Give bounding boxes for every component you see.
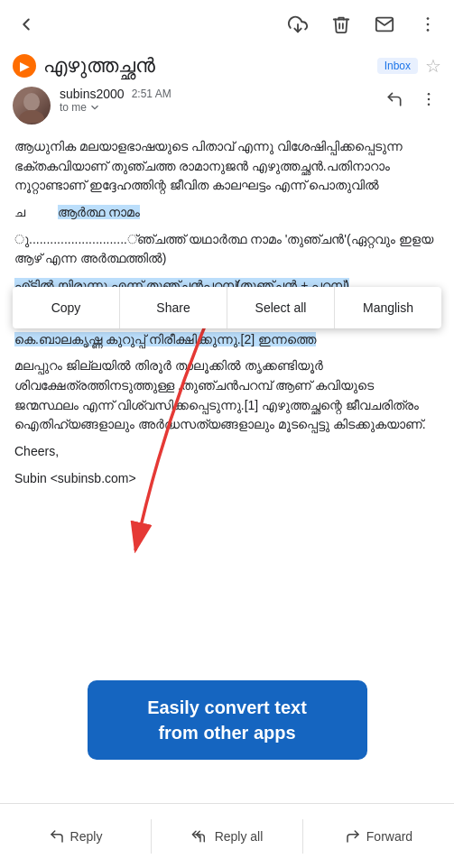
sender-row: subins2000 2:51 AM to me <box>0 81 454 130</box>
top-bar-right <box>284 11 441 38</box>
delete-button[interactable] <box>328 11 355 38</box>
svg-point-3 <box>427 29 430 32</box>
sender-actions <box>382 87 441 112</box>
app-icon: ▶ <box>13 54 36 78</box>
share-button[interactable]: Share <box>119 287 227 328</box>
tooltip-line1: Easily convert text <box>147 697 307 717</box>
more-options-button[interactable] <box>414 11 441 38</box>
reply-all-button[interactable]: Reply all <box>151 819 302 854</box>
sender-more-button[interactable] <box>416 87 441 112</box>
svg-point-8 <box>428 104 431 106</box>
inbox-badge: Inbox <box>377 58 418 74</box>
email-subject: എഴുത്തച്ഛൻ <box>43 54 370 78</box>
reply-button[interactable]: Reply <box>0 819 151 854</box>
back-button[interactable] <box>13 11 40 38</box>
sender-name: subins2000 <box>60 87 125 101</box>
reply-all-label: Reply all <box>215 829 264 844</box>
body-para-7: മലപ്പുറം ജില്ലയിൽ തിരൂർ താലൂക്കിൽ തൃക്കണ… <box>14 356 440 435</box>
select-all-button[interactable]: Select all <box>227 287 334 328</box>
forward-button[interactable]: Forward <box>302 819 454 854</box>
sender-to[interactable]: to me <box>60 101 373 114</box>
sender-time: 2:51 AM <box>132 88 171 100</box>
mail-button[interactable] <box>371 11 398 38</box>
top-toolbar <box>0 0 454 49</box>
svg-point-2 <box>427 23 430 26</box>
reply-label: Reply <box>70 829 103 844</box>
body-para-6: കെ.ബാലകൃഷ്ണ കുറുപ്പ് നിരീക്ഷിക്കുന്നു.[2… <box>14 330 440 350</box>
svg-point-4 <box>23 93 40 111</box>
svg-point-7 <box>428 98 431 101</box>
star-button[interactable]: ☆ <box>425 55 441 77</box>
body-para-2: ച ആർത്ഥ നാമം <box>14 203 440 223</box>
bottom-action-bar: Reply Reply all Forward <box>0 803 454 868</box>
sender-info: subins2000 2:51 AM to me <box>60 87 373 114</box>
copy-button[interactable]: Copy <box>13 287 119 328</box>
tooltip-banner: Easily convert text from other apps <box>88 680 367 760</box>
text-segment-1: ച <box>14 205 25 219</box>
manglish-button[interactable]: Manglish <box>334 287 441 328</box>
reply-quick-button[interactable] <box>382 87 407 112</box>
signature: Subin <subinsb.com> <box>14 469 440 489</box>
svg-point-1 <box>427 17 430 20</box>
highlighted-text-1: ആർത്ഥ നാമം <box>58 205 140 219</box>
cheers: Cheers, <box>14 442 440 462</box>
highlighted-text-4: കെ.ബാലകൃഷ്ണ കുറുപ്പ് നിരീക്ഷിക്കുന്നു.[2… <box>14 332 316 346</box>
svg-point-5 <box>19 110 44 123</box>
svg-point-6 <box>428 93 431 96</box>
sender-name-row: subins2000 2:51 AM <box>60 87 373 101</box>
context-menu: Copy Share Select all Manglish <box>13 287 441 328</box>
archive-button[interactable] <box>284 11 311 38</box>
avatar-image <box>13 87 51 125</box>
body-para-1: ആധുനിക മലയാളഭാഷയുടെ പിതാവ് എന്നു വിശേഷിപ… <box>14 137 440 196</box>
top-bar-left <box>13 11 40 38</box>
avatar <box>13 87 51 125</box>
email-subject-row: ▶ എഴുത്തച്ഛൻ Inbox ☆ <box>0 49 454 81</box>
body-para-3: ു............................്ഞ്ചത്ത് യഥ… <box>14 230 440 269</box>
forward-label: Forward <box>366 829 412 844</box>
tooltip-line2: from other apps <box>158 723 295 743</box>
